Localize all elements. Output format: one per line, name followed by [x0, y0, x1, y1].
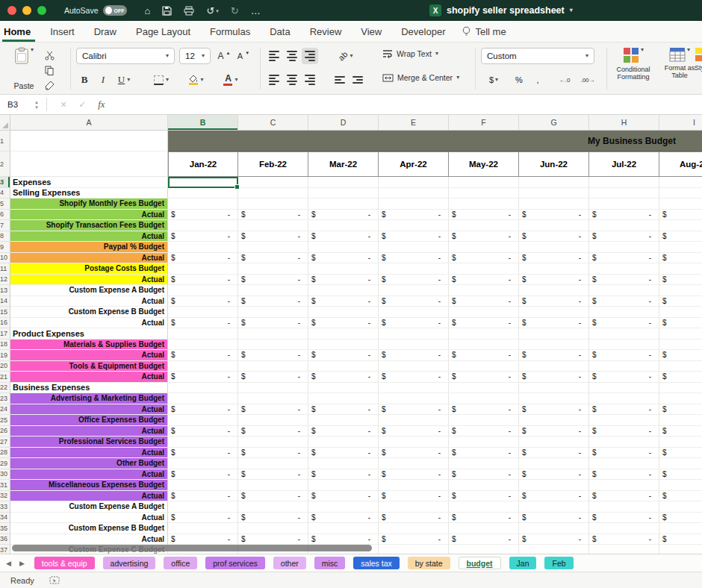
cell-F34[interactable]: $- — [449, 513, 519, 524]
cell-A3[interactable]: Expenses — [10, 177, 168, 188]
cell-C16[interactable]: $- — [238, 318, 308, 329]
paste-button[interactable]: ▾ Paste — [9, 47, 39, 90]
cell-A30[interactable]: Actual — [10, 469, 168, 481]
row-header-1[interactable]: 1 — [0, 131, 10, 151]
cell-F4[interactable] — [449, 188, 519, 199]
cell-D18[interactable] — [308, 340, 379, 351]
cell-I30[interactable]: $- — [659, 469, 702, 481]
decrease-decimal-button[interactable]: .00→ — [577, 72, 599, 87]
cell-H35[interactable] — [589, 523, 659, 534]
month-header-mar-22[interactable]: Mar-22 — [308, 151, 379, 177]
cell-I16[interactable]: $- — [659, 318, 702, 329]
row-header-31[interactable]: 31 — [0, 480, 10, 491]
cell-B13[interactable] — [168, 285, 238, 296]
row-header-10[interactable]: 10 — [0, 253, 10, 264]
cell-B18[interactable] — [168, 340, 238, 351]
cell-G4[interactable] — [519, 188, 589, 199]
cell-B9[interactable] — [168, 242, 238, 253]
cell-E13[interactable] — [379, 285, 449, 296]
cell-G25[interactable] — [519, 415, 589, 426]
align-left-button[interactable] — [266, 72, 282, 88]
cell-F18[interactable] — [449, 340, 519, 351]
copy-button[interactable] — [42, 63, 57, 77]
menu-tab-page-layout[interactable]: Page Layout — [126, 21, 200, 42]
cell-D34[interactable]: $- — [308, 513, 379, 524]
cell-H22[interactable] — [589, 383, 659, 394]
cell-B25[interactable] — [168, 415, 238, 426]
autosave-toggle[interactable]: OFF — [103, 5, 127, 16]
cell-I22[interactable] — [659, 383, 702, 394]
cell-G5[interactable] — [519, 198, 589, 210]
cell-H14[interactable]: $- — [589, 296, 659, 307]
cell-F11[interactable] — [449, 263, 519, 275]
sheet-tab-prof-services[interactable]: prof services — [205, 557, 265, 569]
cell-B20[interactable] — [168, 361, 238, 372]
cell-D10[interactable]: $- — [308, 253, 379, 264]
month-header-may-22[interactable]: May-22 — [449, 151, 519, 177]
cell-G14[interactable]: $- — [519, 296, 589, 307]
cell-C5[interactable] — [238, 198, 308, 210]
cell-G6[interactable]: $- — [519, 210, 589, 221]
cell-G35[interactable] — [519, 523, 589, 534]
format-painter-button[interactable] — [42, 78, 57, 92]
cell-H25[interactable] — [589, 415, 659, 426]
font-size-select[interactable]: 12▾ — [179, 48, 211, 64]
menu-tab-insert[interactable]: Insert — [40, 21, 84, 42]
row-header-33[interactable]: 33 — [0, 501, 10, 513]
cell-B15[interactable] — [168, 307, 238, 318]
cell-F19[interactable]: $- — [449, 350, 519, 361]
cell-C8[interactable]: $- — [238, 231, 308, 243]
cell-E11[interactable] — [379, 263, 449, 275]
cell-H10[interactable]: $- — [589, 253, 659, 264]
cell-A25[interactable]: Office Expenses Budget — [10, 415, 168, 426]
cell-D7[interactable] — [308, 220, 379, 231]
column-header-E[interactable]: E — [379, 115, 449, 130]
month-header-apr-22[interactable]: Apr-22 — [379, 151, 449, 177]
cell-F29[interactable] — [449, 458, 519, 469]
sheet-tab-jan[interactable]: Jan — [509, 557, 537, 569]
cell-H34[interactable]: $- — [589, 513, 659, 524]
row-header-18[interactable]: 18 — [0, 340, 10, 351]
redo-icon[interactable]: ↻ — [231, 6, 239, 16]
cell-C35[interactable] — [238, 523, 308, 534]
cell-D31[interactable] — [308, 480, 379, 491]
row-header-5[interactable]: 5 — [0, 198, 10, 210]
cell-G3[interactable] — [519, 177, 589, 188]
cell-C22[interactable] — [238, 383, 308, 394]
cell-G31[interactable] — [519, 480, 589, 491]
cell-H15[interactable] — [589, 307, 659, 318]
cell-B14[interactable]: $- — [168, 296, 238, 307]
cell-E24[interactable]: $- — [379, 404, 449, 416]
cell-A2[interactable] — [10, 151, 168, 177]
menu-tab-developer[interactable]: Developer — [391, 21, 455, 42]
cell-H17[interactable] — [589, 328, 659, 340]
row-header-32[interactable]: 32 — [0, 491, 10, 502]
undo-button[interactable]: ↺▾ — [206, 6, 218, 16]
cell-C28[interactable]: $- — [238, 448, 308, 459]
comma-style-button[interactable]: , — [532, 72, 544, 87]
cell-I9[interactable] — [659, 242, 702, 253]
cell-H11[interactable] — [589, 263, 659, 275]
cell-B6[interactable]: $- — [168, 210, 238, 221]
cell-C31[interactable] — [238, 480, 308, 491]
menu-tab-data[interactable]: Data — [260, 21, 299, 42]
cell-D23[interactable] — [308, 393, 379, 404]
cell-A24[interactable]: Actual — [10, 404, 168, 416]
cell-F23[interactable] — [449, 393, 519, 404]
percent-style-button[interactable]: % — [511, 72, 527, 87]
align-right-button[interactable] — [302, 72, 318, 88]
row-header-34[interactable]: 34 — [0, 513, 10, 524]
cell-H8[interactable]: $- — [589, 231, 659, 243]
cell-D20[interactable] — [308, 361, 379, 372]
cell-E33[interactable] — [379, 501, 449, 513]
cell-E7[interactable] — [379, 220, 449, 231]
cell-I12[interactable]: $- — [659, 275, 702, 286]
cell-E18[interactable] — [379, 340, 449, 351]
name-box[interactable]: B3 — [0, 95, 34, 114]
cell-I11[interactable] — [659, 263, 702, 275]
row-header-11[interactable]: 11 — [0, 263, 10, 275]
cell-I29[interactable] — [659, 458, 702, 469]
cell-F32[interactable]: $- — [449, 491, 519, 502]
menu-tab-formulas[interactable]: Formulas — [200, 21, 260, 42]
cell-H26[interactable]: $- — [589, 426, 659, 437]
